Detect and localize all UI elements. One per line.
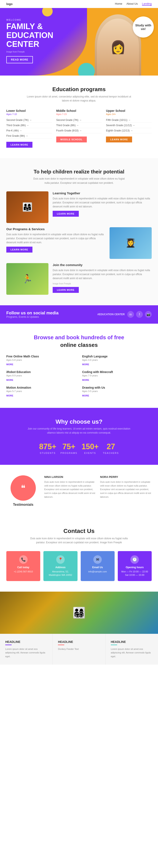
hero-title: FAMILY & EDUCATION CENTER bbox=[6, 22, 53, 49]
navigation: logo Home About Us Landing bbox=[0, 0, 158, 8]
potential-image-1: 👨‍👩‍👧 bbox=[6, 191, 48, 223]
testimonials-label: Testimonials bbox=[6, 503, 40, 506]
logo: logo bbox=[6, 2, 13, 6]
hero-speech-bubble: Study with us! bbox=[133, 17, 154, 37]
programs-services-text: Our Programs & Services Duis aute irure … bbox=[6, 227, 105, 253]
stat-programs-number: 75+ bbox=[61, 442, 77, 451]
testimonial-nora-body: Duis aute irure dolor in reprehenderit i… bbox=[100, 480, 152, 499]
social-bar-title: Follow us on social media bbox=[6, 311, 58, 315]
stat-events-number: 150+ bbox=[82, 442, 98, 451]
email-icon: ✉ bbox=[93, 555, 102, 564]
facebook-icon-button[interactable]: f bbox=[136, 311, 143, 318]
testimonial-nora-name: NORA PERRY bbox=[100, 475, 152, 478]
program-lower-button[interactable]: LEARN MORE bbox=[6, 142, 33, 148]
potential-row-2: Our Programs & Services Duis aute irure … bbox=[6, 227, 152, 259]
footer-accent-2 bbox=[58, 645, 64, 645]
hero-circle-teal bbox=[78, 63, 95, 75]
education-programs-subtitle: Lorem ipsum dolor sit amet, consectetur … bbox=[26, 95, 132, 103]
hero-image-credit: Image from Freepik bbox=[6, 51, 53, 53]
stat-students-number: 875+ bbox=[39, 442, 56, 451]
class-coding-more[interactable]: MORE bbox=[82, 379, 89, 381]
class-coding-age: Ages 7-9 years bbox=[82, 374, 152, 377]
program-middle-item-2: Third Grade (8th) → bbox=[56, 123, 102, 128]
social-hashtag: #EDUCATION CENTER bbox=[97, 313, 125, 316]
class-english-more[interactable]: MORE bbox=[82, 363, 89, 366]
program-upper-age: Ages 14+ bbox=[106, 113, 152, 116]
education-programs-title: Education programs bbox=[6, 86, 152, 93]
class-motion-age: Ages 5-7 years bbox=[6, 390, 76, 393]
program-lower-item-3: Pre-K (4th) → bbox=[6, 128, 52, 133]
nav-home[interactable]: Home bbox=[115, 2, 122, 6]
stat-teachers-label: TEACHERS bbox=[103, 452, 119, 454]
footer-col-1: HEADLINE Lorem ipsum dolor sit amet eos … bbox=[0, 634, 53, 665]
program-lower-school: Lower School Ages 7-10 Second Grade (7th… bbox=[6, 109, 52, 148]
programs-services-body: Duis aute irure dolor in reprehenderit i… bbox=[6, 232, 105, 245]
learning-together-button[interactable]: LEARN MORE bbox=[53, 211, 79, 217]
footer-body-2: Donkey Feeder Text bbox=[58, 647, 100, 651]
potential-image-2: 👩‍🎓 bbox=[110, 227, 152, 259]
class-drawing-title: Drawing with Us bbox=[82, 386, 152, 389]
class-item-irobot: iRobot Education Ages 8-9 years MORE bbox=[6, 370, 76, 382]
program-lower-title: Lower School bbox=[6, 109, 52, 113]
join-community-credit: Image from Freepik bbox=[53, 282, 152, 285]
contact-subtitle: Duis aute irure dolor in reprehenderit i… bbox=[29, 536, 129, 545]
stat-teachers-number: 27 bbox=[103, 442, 119, 451]
children-image-3: 🏃 bbox=[6, 263, 48, 295]
facebook-icon: f bbox=[139, 313, 140, 316]
social-bar-left: Follow us on social media Programs, Even… bbox=[6, 311, 58, 318]
footer-body-1: Lorem ipsum dolor sit amet eos adipiscin… bbox=[5, 647, 47, 658]
learning-together-body: Duis aute irure dolor in reprehenderit i… bbox=[53, 197, 152, 209]
linkedin-icon-button[interactable]: in bbox=[127, 311, 134, 318]
stat-teachers: 27 TEACHERS bbox=[103, 442, 119, 454]
program-middle-title: Middle School bbox=[56, 109, 102, 113]
contact-phone-title: Call today bbox=[9, 566, 37, 569]
class-motion-more[interactable]: MORE bbox=[6, 394, 13, 397]
join-community-text: Join the community Duis aute irure dolor… bbox=[53, 263, 152, 293]
browse-section: Browse and book hundreds of free online … bbox=[0, 324, 158, 408]
bottom-photo-inner: 👨‍👩‍👧‍👦 bbox=[0, 592, 158, 634]
programs-grid: Lower School Ages 7-10 Second Grade (7th… bbox=[6, 109, 152, 148]
hero-content: WELCOME FAMILY & EDUCATION CENTER Image … bbox=[6, 19, 53, 63]
nav-about[interactable]: About Us bbox=[126, 2, 137, 6]
learning-together-title: Learning Together bbox=[53, 191, 152, 195]
class-math-title: Free Online Math Class bbox=[6, 355, 76, 358]
nav-landing[interactable]: Landing bbox=[142, 2, 152, 6]
instagram-icon-button[interactable]: 📷 bbox=[145, 311, 152, 318]
class-coding-title: Coding with Minecraft bbox=[82, 370, 152, 374]
contact-card-phone: 📞 Call today +1 (234) 567-8910 bbox=[6, 551, 40, 581]
hero-read-more-button[interactable]: READ MORE bbox=[6, 56, 33, 63]
testimonials-icon: ❝ bbox=[10, 475, 36, 501]
class-irobot-more[interactable]: MORE bbox=[6, 379, 13, 381]
program-middle-school: Middle School Ages 7-15 Second Grade (7t… bbox=[56, 109, 102, 148]
footer-col-3: HEADLINE Lorem ipsum dolor sit amet eos … bbox=[106, 634, 158, 665]
potential-grid: 👨‍👩‍👧 Learning Together Duis aute irure … bbox=[6, 191, 152, 295]
program-upper-button[interactable]: LEARN MORE bbox=[106, 136, 132, 143]
contact-card-email: ✉ Email Us info@sample.com bbox=[81, 551, 115, 581]
stat-programs: 75+ PROGRAMS bbox=[61, 442, 77, 454]
class-item-english: English Language Ages 4-6 years MORE bbox=[82, 355, 152, 366]
program-middle-button[interactable]: MIDDLE SCHOOL bbox=[56, 136, 87, 143]
hours-icon: 🕐 bbox=[130, 555, 139, 564]
contact-hours-title: Opening hours bbox=[121, 566, 149, 569]
program-middle-item-1: Second Grade (7th) → bbox=[56, 118, 102, 123]
stat-programs-label: PROGRAMS bbox=[61, 452, 77, 454]
testimonial-nina-name: NINA LARSON bbox=[44, 475, 96, 478]
phone-icon: 📞 bbox=[19, 555, 28, 564]
contact-hours-info: Mon — Fri 10:00 — 22:00 Sat 10:00 — 15:0… bbox=[121, 570, 149, 577]
contact-title: Contact Us bbox=[6, 528, 152, 534]
program-upper-item-1: Fifth Grade (10/11) → bbox=[106, 118, 152, 123]
why-choose-us-section: Why choose us? Join our community of lif… bbox=[0, 408, 158, 465]
instagram-icon: 📷 bbox=[147, 313, 150, 316]
class-math-more[interactable]: MORE bbox=[6, 363, 13, 366]
class-drawing-age: Ages 3-5 years bbox=[82, 390, 152, 393]
potential-image-3: 🏃 bbox=[6, 263, 48, 295]
class-drawing-more[interactable]: MORE bbox=[82, 394, 89, 397]
stat-events: 150+ EVENTS bbox=[82, 442, 98, 454]
contact-card-address: 📍 Address Alexandrina, 52, Maddington WA… bbox=[43, 551, 77, 581]
join-community-button[interactable]: LEARN MORE bbox=[53, 287, 79, 293]
social-bar-right: #EDUCATION CENTER in f 📷 bbox=[97, 311, 152, 318]
contact-address-title: Address bbox=[46, 566, 74, 569]
programs-services-button[interactable]: LEARN MORE bbox=[6, 247, 33, 253]
testimonials-left: ❝ Testimonials bbox=[6, 475, 40, 506]
testimonial-nina-body: Duis aute irure dolor in reprehenderit i… bbox=[44, 480, 96, 499]
